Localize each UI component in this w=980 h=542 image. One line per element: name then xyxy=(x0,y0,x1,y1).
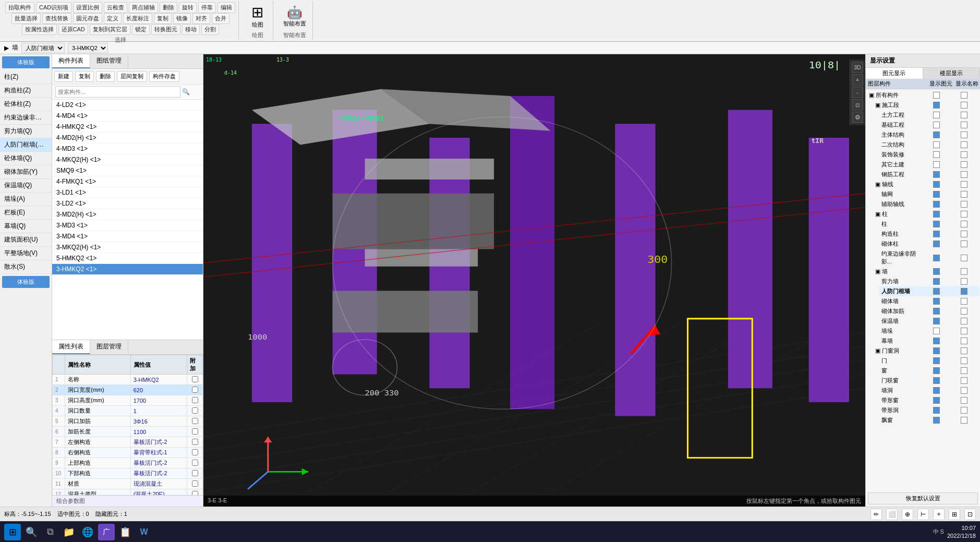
comp-item-3ld1[interactable]: 3-LD1 <1> xyxy=(52,187,203,198)
tab-layer-manage[interactable]: 图层管理 xyxy=(90,340,128,354)
status-btn-axis[interactable]: + xyxy=(933,509,945,520)
prop-extra-8[interactable] xyxy=(187,448,203,458)
btn-edit[interactable]: 编辑 xyxy=(217,2,235,13)
btn-zoom-out[interactable]: - xyxy=(852,87,863,98)
left-item-curtain-wall[interactable]: 幕墙(Q) xyxy=(0,220,52,233)
prop-extra-11[interactable] xyxy=(187,479,203,489)
left-item-shear-wall[interactable]: 剪力墙(Q) xyxy=(0,125,52,138)
status-btn-cursor[interactable]: ⊡ xyxy=(964,509,976,520)
check-door-window-element[interactable] xyxy=(933,347,940,354)
btn-batch-select[interactable]: 批量选择 xyxy=(11,13,41,24)
left-item-building-area[interactable]: 建筑面积(U) xyxy=(0,233,52,247)
comp-item-4hmkq2[interactable]: 4-HMKQ2 <1> xyxy=(52,122,203,133)
trial-badge-bottom[interactable]: 体验版 xyxy=(2,276,50,288)
btn-align[interactable]: 对齐 xyxy=(192,13,210,24)
canvas-svg[interactable]: RW01-RW01 300 1000 200 330 10|8| xyxy=(203,54,865,507)
left-item-column[interactable]: 柱(Z) xyxy=(0,70,52,84)
left-item-concrete-column[interactable]: 砼体柱(Z) xyxy=(0,98,52,111)
check-axis-name[interactable] xyxy=(961,181,967,188)
btn-fit[interactable]: ⊡ xyxy=(852,99,863,111)
expand-wall-icon[interactable]: ▣ xyxy=(875,268,880,275)
left-item-parapet[interactable]: 栏板(E) xyxy=(0,206,52,220)
expand-door-window-icon[interactable]: ▣ xyxy=(875,347,880,354)
taskbar-app3[interactable]: W xyxy=(136,524,152,540)
btn-element-store[interactable]: 锁定 xyxy=(132,24,150,35)
btn-two-point-axis[interactable]: 两点辅轴 xyxy=(129,2,158,13)
status-btn-snap[interactable]: ⊕ xyxy=(902,509,913,520)
comp-item-3hmkq2[interactable]: 3-HMKQ2 <1> xyxy=(52,264,203,275)
prop-extra-7[interactable] xyxy=(187,437,203,448)
expand-all-icon[interactable]: ▣ xyxy=(869,92,874,99)
check-axis-element[interactable] xyxy=(933,181,940,188)
check-wall-element[interactable] xyxy=(933,268,940,275)
check-door-window-name[interactable] xyxy=(961,347,967,354)
prop-extra-5[interactable] xyxy=(187,416,203,427)
check-construction-name[interactable] xyxy=(961,102,967,109)
filter-select-component[interactable]: 3-HMKQ2 xyxy=(68,43,108,53)
prop-extra-6[interactable] xyxy=(187,427,203,437)
left-item-insulation-wall[interactable]: 保温墙(Q) xyxy=(0,179,52,192)
btn-split[interactable]: 分割 xyxy=(201,24,219,35)
btn-inter-copy[interactable]: 层间复制 xyxy=(117,71,147,82)
comp-item-smq9[interactable]: SMQ9 <1> xyxy=(52,165,203,176)
prop-extra-4[interactable] xyxy=(187,406,203,416)
comp-item-4md4[interactable]: 4-MD4 <1> xyxy=(52,111,203,122)
btn-new-component[interactable]: 新建 xyxy=(54,71,73,82)
prop-value-10[interactable]: 暴板活门式-2 xyxy=(130,468,187,479)
btn-settings[interactable]: ⚙ xyxy=(852,112,863,123)
prop-extra-1[interactable] xyxy=(187,375,203,385)
comp-item-3ld2[interactable]: 3-LD2 <1> xyxy=(52,198,203,209)
left-item-rf-wall[interactable]: 人防门框墙(RF) xyxy=(0,138,52,152)
left-item-concrete-wall[interactable]: 砼体墙(Q) xyxy=(0,152,52,165)
props-scroll-area[interactable]: 属性名称 属性值 附加 1 名称 3-HMKQ2 2 洞口宽度(mm) 620 xyxy=(52,355,203,495)
left-item-apron[interactable]: 散水(S) xyxy=(0,260,52,274)
tab-props-list[interactable]: 属性列表 xyxy=(52,340,90,354)
prop-value-6[interactable]: 1100 xyxy=(130,427,187,437)
btn-copy-component[interactable]: 复制 xyxy=(75,71,94,82)
comp-item-3mkq2h[interactable]: 3-MKQ2(H) <1> xyxy=(52,242,203,253)
prop-extra-9[interactable] xyxy=(187,458,203,468)
comp-item-4mkq2h[interactable]: 4-MKQ2(H) <1> xyxy=(52,154,203,165)
btn-by-attr-select[interactable]: 按属性选择 xyxy=(22,24,57,35)
comp-item-3md4[interactable]: 3-MD4 <1> xyxy=(52,231,203,242)
btn-auto-align[interactable]: 定义 xyxy=(104,13,122,24)
btn-zoom-in[interactable]: + xyxy=(852,74,863,86)
comp-item-4fmkq1[interactable]: 4-FMKQ1 <1> xyxy=(52,176,203,187)
check-construction-element[interactable] xyxy=(933,102,940,109)
taskbar-app2[interactable]: 📋 xyxy=(117,524,134,540)
left-item-site-level[interactable]: 平整场地(V) xyxy=(0,247,52,260)
btn-delete[interactable]: 删除 xyxy=(160,2,177,13)
taskbar-explorer[interactable]: 📁 xyxy=(61,524,77,540)
btn-rotate[interactable]: 旋转 xyxy=(179,2,197,13)
btn-copy[interactable]: 复制 xyxy=(154,13,172,24)
trial-badge-top[interactable]: 体验版 xyxy=(2,56,50,68)
taskbar-edge[interactable]: 🌐 xyxy=(79,524,96,540)
prop-value-4[interactable]: 1 xyxy=(130,406,187,416)
check-wall-name[interactable] xyxy=(961,268,967,275)
prop-value-7[interactable]: 暴板活门式-2 xyxy=(130,437,187,448)
left-item-constraint-edge[interactable]: 约束边缘非阴影区... xyxy=(0,111,52,125)
prop-value-3[interactable]: 1700 xyxy=(130,395,187,406)
check-column-element[interactable] xyxy=(933,211,940,218)
prop-value-1[interactable]: 3-HMKQ2 xyxy=(130,375,187,385)
btn-lock[interactable]: 复制到其它层 xyxy=(90,24,130,35)
status-btn-grid[interactable]: ⊞ xyxy=(949,509,960,520)
btn-cloud-check[interactable]: 圆元存盘 xyxy=(73,13,102,24)
btn-3d-view[interactable]: 3D xyxy=(852,62,863,73)
expand-column-icon[interactable]: ▣ xyxy=(875,211,880,218)
left-item-wall-pier[interactable]: 墙垛(A) xyxy=(0,192,52,206)
btn-reset-display[interactable]: 恢复默认设置 xyxy=(868,492,978,504)
search-input[interactable] xyxy=(55,86,180,98)
expand-construction-icon[interactable]: ▣ xyxy=(875,102,880,109)
comp-item-3md2h[interactable]: 3-MD2(H) <1> xyxy=(52,209,203,220)
right-tab-element-display[interactable]: 图元显示 xyxy=(866,68,923,79)
prop-value-9[interactable]: 暴板活门式-2 xyxy=(130,458,187,468)
status-btn-select[interactable]: ⬜ xyxy=(886,509,898,520)
prop-value-12[interactable]: (混凝土20E) xyxy=(130,489,187,496)
btn-restore-cad[interactable]: 还原CAD xyxy=(58,24,88,35)
taskbar-task-view[interactable]: ⧉ xyxy=(42,524,58,540)
comp-item-4ld2[interactable]: 4-LD2 <1> xyxy=(52,100,203,111)
check-all-name[interactable] xyxy=(961,92,967,99)
tab-component-list[interactable]: 构件列表 xyxy=(52,54,90,68)
comp-item-4md2h[interactable]: 4-MD2(H) <1> xyxy=(52,133,203,143)
